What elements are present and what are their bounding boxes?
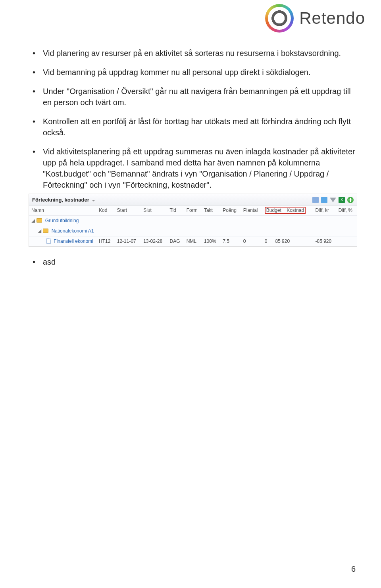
cell-slut: 13-02-28 [141,236,167,246]
add-icon[interactable] [347,197,354,203]
row-name[interactable]: Nationalekonomi A1 [52,228,94,234]
cell-diffp [336,236,357,246]
page-number: 6 [351,565,356,574]
col-budget[interactable]: Budget [266,208,281,213]
folder-icon [43,229,48,233]
folder-icon [37,218,42,223]
brand-name: Retendo [299,9,365,28]
panel-toolbar [312,197,354,203]
view-icon[interactable] [312,197,319,203]
table-row[interactable]: ◢ Nationalekonomi A1 [29,226,357,236]
cell-budget-kostnad: 0 85 920 [262,236,313,246]
cell-poang: 7,5 [220,236,241,246]
panel-title-text: Förteckning, kostnader [32,196,89,204]
col-start[interactable]: Start [115,206,141,215]
col-takt[interactable]: Takt [202,206,220,215]
bullet-item: Vid aktivitetsplanering på ett uppdrag s… [29,146,357,247]
cell-takt: 100% [202,236,220,246]
bullet-text: Vid aktivitetsplanering på ett uppdrag s… [43,147,355,189]
col-budget-kostnad-highlight: Budget Kostnad [262,206,313,215]
cell-tid: DAG [167,236,184,246]
document-icon [46,238,51,244]
cell-plantal: 0 [241,236,262,246]
filter-icon[interactable] [330,198,336,202]
col-slut[interactable]: Slut [141,206,167,215]
col-form[interactable]: Form [184,206,202,215]
col-diffp[interactable]: Diff, % [336,206,357,215]
tree-collapse-icon[interactable]: ◢ [31,217,35,224]
document-body: Vid planering av resurser på en aktivite… [29,48,357,275]
col-tid[interactable]: Tid [167,206,184,215]
bullet-item: Kontrollen att en portfölj är låst för b… [29,116,357,138]
row-name[interactable]: Finansiell ekonomi [54,238,93,244]
col-kostnad[interactable]: Kostnad [287,208,304,213]
cell-start: 12-11-07 [115,236,141,246]
chevron-down-icon: ⌄ [92,197,95,203]
table-row[interactable]: Finansiell ekonomi HT12 12-11-07 13-02-2… [29,236,357,246]
col-namn[interactable]: Namn [29,206,96,215]
brand-logo-icon [265,4,294,33]
export-excel-icon[interactable] [339,197,345,203]
bullet-item: Vid bemanning på uppdrag kommer nu all p… [29,67,357,78]
bullet-item: Under "Organisation / Översikt" går nu a… [29,86,357,108]
col-diffkr[interactable]: Diff, kr [313,206,336,215]
table-row[interactable]: ◢ Grundutbildning [29,215,357,226]
embedded-ui-panel: Förteckning, kostnader ⌄ [29,194,357,247]
panel-title[interactable]: Förteckning, kostnader ⌄ [32,196,95,204]
col-poang[interactable]: Poäng [220,206,241,215]
tree-collapse-icon[interactable]: ◢ [38,228,42,234]
cell-kod: HT12 [96,236,115,246]
cell-form: NML [184,236,202,246]
row-name[interactable]: Grundutbildning [45,218,79,223]
expand-icon[interactable] [321,197,327,203]
brand-header: Retendo [265,4,365,33]
cost-table: Namn Kod Start Slut Tid Form Takt Poäng … [29,206,357,246]
bullet-item: Vid planering av resurser på en aktivite… [29,48,357,59]
col-plantal[interactable]: Plantal [241,206,262,215]
col-kod[interactable]: Kod [96,206,115,215]
bullet-item: asd [29,256,357,267]
cell-diffkr: -85 920 [313,236,336,246]
